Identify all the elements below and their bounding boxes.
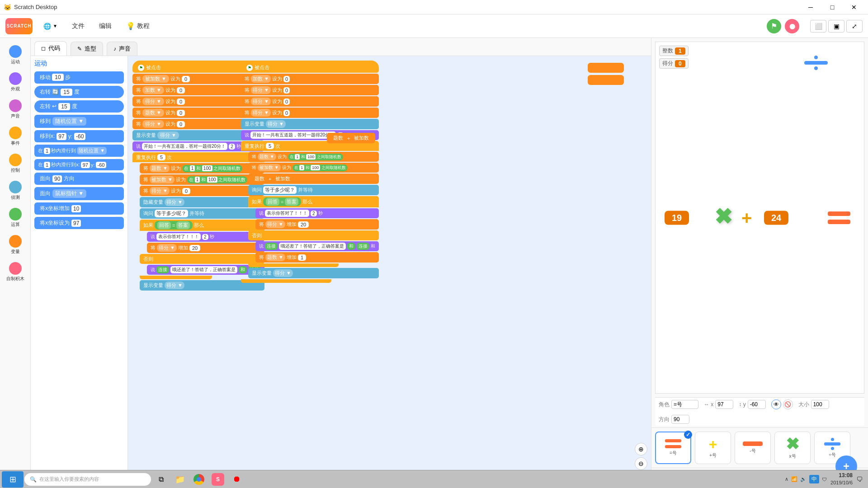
operators-label: 运算 — [11, 221, 20, 228]
block-turn-right[interactable]: 右转 🔄 15 度 — [34, 86, 124, 98]
correct-text: 表示你答对了！！！ — [156, 233, 201, 240]
sidebar-cat-sound[interactable]: 声音 — [2, 98, 29, 121]
increase-score-2[interactable]: 将 得分 ▼ 增加 20 — [255, 219, 379, 230]
edit-menu[interactable]: 编辑 — [95, 20, 115, 32]
normal-stage-button[interactable]: ▣ — [828, 20, 844, 33]
file-explorer-button[interactable]: 📁 — [171, 471, 189, 488]
start-button[interactable]: ⊞ — [2, 471, 24, 488]
minimize-button[interactable]: ─ — [800, 0, 821, 14]
sidebar-cat-control[interactable]: 控制 — [2, 152, 29, 175]
block-move[interactable]: 移动 10 步 — [34, 71, 124, 84]
block-change-x[interactable]: 将x坐标增加 10 — [34, 202, 124, 215]
tab-costume[interactable]: ✎ 造型 — [71, 42, 103, 56]
dir-input[interactable] — [671, 415, 689, 424]
inc-amt-2: 20 — [298, 221, 309, 228]
set-b3[interactable]: 将 得分 ▼ 设为 0 — [241, 96, 379, 107]
scratch-taskbar-button[interactable]: S — [209, 471, 227, 488]
show-score-2[interactable]: 显示变量 得分 ▼ — [248, 268, 379, 278]
divide-icon-display — [824, 438, 840, 450]
control-label: 控制 — [11, 167, 20, 174]
size-input[interactable] — [811, 400, 829, 409]
set-b4[interactable]: 将 得分 ▼ 设为 0 — [241, 108, 379, 118]
change-var-2[interactable]: 将 题数 ▼ 增加 1 — [255, 252, 379, 263]
sprite-eq-block[interactable]: ✓ =号 — [655, 432, 691, 464]
set-b2[interactable]: 将 得分 ▼ 设为 0 — [241, 85, 379, 95]
block-goto-random[interactable]: 移到 随机位置 ▼ — [34, 115, 124, 128]
tutorial-menu[interactable]: 💡 教程 — [123, 20, 153, 32]
globe-icon: 🌐 — [43, 23, 51, 30]
block-face-pointer[interactable]: 面向 鼠标指针 ▼ — [34, 187, 124, 200]
say-correct-2[interactable]: 说 表示你答对了！！！ 2 秒 — [255, 208, 379, 218]
x-input[interactable] — [715, 400, 733, 409]
stop-button[interactable]: ⬤ — [785, 19, 799, 33]
maximize-button[interactable]: □ — [822, 0, 843, 14]
green-flag-button[interactable]: ⚑ — [767, 19, 781, 33]
file-menu[interactable]: 文件 — [68, 20, 88, 32]
set-r1-to: 设为 — [171, 165, 181, 172]
search-icon: 🔍 — [30, 476, 37, 483]
dir-label: 方向 — [659, 416, 670, 423]
set-rn1[interactable]: 将 题数 ▼ 设为 在 1 和 100 之间取随机数 — [248, 152, 379, 162]
tab-sound[interactable]: ♪ 声音 — [107, 42, 137, 56]
if-block-2[interactable]: 如果 回答 = 答案 那么 — [248, 196, 379, 207]
y-input[interactable] — [748, 400, 766, 409]
sidebar-cat-events[interactable]: 事件 — [2, 125, 29, 148]
sidebar-cat-sensing[interactable]: 侦测 — [2, 179, 29, 202]
small-stage-button[interactable]: ⬜ — [810, 20, 826, 33]
set-b2-lbl: 将 — [245, 87, 250, 94]
float-add[interactable]: 题数 + 被加数 — [327, 133, 375, 143]
fullscreen-button[interactable]: ⤢ — [846, 20, 863, 33]
taskview-button[interactable]: ⧉ — [152, 471, 170, 488]
sidebar-cat-looks[interactable]: 外观 — [2, 70, 29, 94]
notification-icon[interactable]: 🗨 — [856, 476, 863, 483]
code-tab-label: 代码 — [48, 44, 60, 52]
score-v-2: 得分 ▼ — [265, 221, 285, 228]
sound-label: 声音 — [11, 113, 20, 119]
motion-dot — [9, 45, 22, 58]
wait-lbl-2: 并等待 — [298, 187, 313, 193]
taskbar-search[interactable]: 🔍 在这里输入你要搜索的内容 — [24, 473, 151, 486]
show-vis-btn[interactable]: 👁 — [771, 399, 781, 409]
rand-rn1: 在 1 和 100 之间取随机数 — [288, 154, 343, 160]
sprite-minus-block[interactable]: -号 — [735, 432, 771, 464]
record-button[interactable]: ⏺ — [228, 471, 246, 488]
block-goto-xy[interactable]: 移到x: 97 y: -60 — [34, 130, 124, 142]
hide-vis-btn[interactable]: 🚫 — [783, 399, 793, 409]
tray-expand[interactable]: ∧ — [785, 476, 788, 482]
ask-block-2[interactable]: 询问 等于多少呢？ 并等待 — [248, 185, 379, 195]
script-area[interactable]: ⚑ 被点击 将 被加数 ▼ 设为 0 将 加数 ▼ 设为 0 — [128, 56, 651, 488]
hat-block-2[interactable]: ⚑ 被点击 — [241, 61, 379, 73]
block-glide-xy[interactable]: 在 1 秒内滑行到x: 97 y:-60 — [34, 159, 124, 170]
broadcast-b[interactable]: 题数 + 被加数 — [248, 174, 379, 184]
sprite-times-block[interactable]: ✖ x号 — [774, 432, 811, 464]
close-button[interactable]: ✕ — [844, 0, 864, 14]
set-r3: 将 — [143, 188, 148, 194]
show-var-b[interactable]: 显示变量 得分 ▼ — [241, 119, 379, 129]
set-rn2[interactable]: 将 被加数 ▼ 设为 在 1 和 100 之间取随机数 — [248, 163, 379, 173]
sprite-name-input[interactable] — [671, 400, 698, 409]
var-name-5: 得分 ▼ — [142, 120, 164, 128]
div-icon-bar — [824, 442, 840, 446]
block-set-x[interactable]: 将x坐标设为 97 — [34, 217, 124, 229]
block-glide-random[interactable]: 在 1 秒内滑行到 随机位置 ▼ — [34, 145, 124, 157]
set-b1[interactable]: 将 加数 ▼ 设为 0 — [241, 74, 379, 84]
correct-sec-2: 2 — [311, 211, 317, 216]
tab-code[interactable]: ◻ 代码 — [34, 41, 67, 56]
sound-dot — [9, 99, 22, 112]
eq-bar-2 — [828, 220, 850, 224]
zoom-in-button[interactable]: ⊕ — [635, 443, 647, 455]
sidebar-cat-custom[interactable]: 自制积木 — [2, 260, 29, 284]
sprite-plus-block[interactable]: + +号 — [695, 432, 731, 464]
chrome-button[interactable] — [190, 471, 208, 488]
set-label-4: 将 — [136, 109, 141, 116]
show-v2-lbl: 显示变量 — [252, 270, 272, 277]
block-turn-left[interactable]: 左转 ↩ 15 度 — [34, 100, 124, 113]
block-face-dir[interactable]: 面向 90 方向 — [34, 173, 124, 185]
sidebar-cat-motion[interactable]: 运动 — [2, 43, 29, 67]
sidebar-cat-operators[interactable]: 运算 — [2, 206, 29, 230]
globe-menu[interactable]: 🌐 ▼ — [40, 21, 61, 32]
chrome-icon — [193, 474, 204, 485]
zoom-out-button[interactable]: ⊖ — [635, 457, 647, 470]
sidebar-cat-variables[interactable]: 变量 — [2, 233, 29, 257]
say-wrong-2[interactable]: 说 连接 哦还差了！答错了，正确答案是 和 连接 和 — [255, 241, 379, 251]
